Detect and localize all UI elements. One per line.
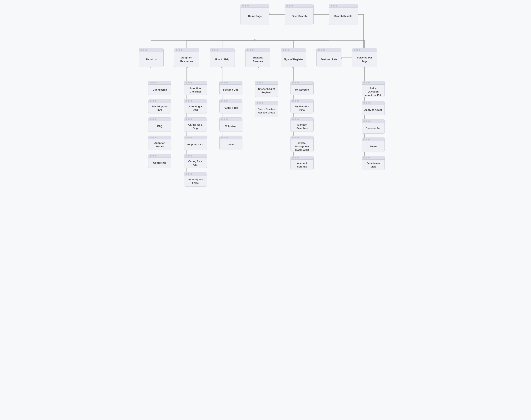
card-label-shelters: Shelters/ Rescues (246, 52, 270, 67)
window-dot (140, 49, 142, 51)
card-titlebar-apply_adopt (362, 101, 384, 105)
card-contact_us: Contact Us (148, 154, 171, 168)
card-titlebar-sponsor_pet (362, 120, 384, 123)
window-dot (250, 49, 251, 51)
card-titlebar-our_mission (148, 81, 171, 85)
card-label-my_favorite: My Favorite Pets (291, 103, 313, 114)
card-about: About Us (139, 48, 164, 67)
card-label-featured: Featured Pets (317, 52, 341, 67)
svg-point-6 (254, 40, 256, 41)
card-my_favorite: My Favorite Pets (291, 99, 314, 113)
window-dot (285, 49, 287, 51)
card-titlebar-contact_us (148, 154, 171, 158)
card-label-about: About Us (139, 52, 163, 67)
card-titlebar-shelters (246, 48, 270, 52)
window-dot (368, 157, 370, 158)
card-home: Home Page (240, 4, 269, 25)
card-adoption_checklist: Adoption Checklist (184, 81, 207, 95)
window-dot (368, 120, 370, 122)
svg-point-12 (254, 40, 256, 41)
window-dot (191, 173, 192, 175)
card-label-volunteer: Volunteer (220, 121, 242, 132)
card-caring_cat: Caring for a Cat (184, 154, 207, 168)
window-dot (191, 155, 192, 157)
card-label-foster_dog: Foster a Dog (220, 85, 242, 95)
window-dot (155, 155, 157, 157)
card-label-adoption_stories: Adoption Stories (148, 139, 171, 150)
card-faq: FAQ (148, 117, 171, 132)
card-titlebar-adoption_resources (174, 48, 199, 52)
card-titlebar-filter (285, 4, 313, 8)
svg-point-11 (254, 40, 256, 41)
window-dot (288, 49, 289, 51)
card-titlebar-adoption_stories (148, 136, 171, 139)
card-create_manage: Create/ Manage Pet Match Alert (291, 135, 314, 152)
window-dot (295, 100, 296, 102)
card-titlebar-pet_adoption_faqs (184, 172, 207, 176)
window-dot (188, 100, 190, 102)
card-selected_pet: Selected Pet Page (352, 48, 377, 67)
window-dot (283, 49, 284, 51)
card-titlebar-caring_cat (184, 154, 207, 158)
window-dot (186, 173, 187, 175)
card-titlebar-foster_cat (220, 99, 242, 103)
window-dot (247, 49, 249, 51)
card-find_shelter: Find a Shelter/ Rescue Group (255, 101, 278, 117)
card-adopting_cat: Adopting a Cat (184, 135, 207, 150)
card-titlebar-adopting_cat (184, 136, 207, 139)
svg-point-27 (254, 40, 256, 41)
card-titlebar-search_results (329, 4, 358, 8)
card-label-shelter_login: Shelter Login/ Register (255, 85, 278, 97)
card-label-pet_adoption_info: Pet Adoption Info (148, 103, 171, 114)
card-signin: Sign In/ Register (281, 48, 306, 67)
sitemap-diagram: Home PageFilter/SearchSearch ResultsAbou… (133, 0, 398, 202)
window-dot (297, 119, 299, 120)
card-shelter_login: Shelter Login/ Register (255, 81, 278, 97)
window-dot (359, 49, 360, 51)
card-account_settings: Account Settings (291, 156, 314, 170)
card-filter: Filter/Search (285, 4, 314, 25)
window-dot (224, 119, 225, 120)
window-dot (191, 100, 192, 102)
card-titlebar-ask_question (362, 81, 384, 85)
window-dot (292, 157, 294, 158)
card-label-account_settings: Account Settings (291, 160, 313, 170)
window-dot (152, 82, 154, 83)
card-titlebar-schedule_visit (362, 156, 384, 160)
card-label-create_manage: Create/ Manage Pet Match Alert (291, 139, 313, 154)
window-dot (262, 82, 263, 83)
svg-point-10 (254, 40, 256, 41)
window-dot (295, 137, 296, 138)
window-dot (191, 82, 192, 83)
window-dot (150, 137, 151, 138)
card-titlebar-find_shelter (255, 101, 278, 105)
window-dot (186, 137, 187, 138)
card-label-signin: Sign In/ Register (281, 52, 306, 67)
window-dot (363, 139, 365, 140)
card-label-our_mission: Our Mission (148, 85, 171, 95)
card-label-caring_cat: Caring for a Cat (184, 158, 207, 168)
card-titlebar-caring_dog (184, 118, 207, 121)
card-titlebar-pet_adoption_info (148, 99, 171, 103)
window-dot (286, 5, 288, 7)
card-our_mission: Our Mission (148, 81, 171, 95)
window-dot (221, 82, 223, 83)
window-dot (155, 137, 157, 138)
window-dot (186, 100, 187, 102)
window-dot (152, 137, 154, 138)
card-pet_adoption_faqs: Pet Adoption FAQs (184, 172, 207, 187)
window-dot (292, 82, 294, 83)
window-dot (226, 119, 228, 120)
card-label-adoption_resources: Adoption Resources (174, 52, 199, 67)
card-foster_dog: Foster a Dog (219, 81, 242, 95)
card-apply_adopt: Apply to Adopt (362, 101, 385, 115)
window-dot (368, 102, 370, 104)
window-dot (297, 82, 299, 83)
card-titlebar-home (241, 4, 269, 8)
card-caring_dog: Caring for a Dog (184, 117, 207, 132)
card-label-home: Home Page (241, 8, 269, 25)
window-dot (214, 49, 216, 51)
window-dot (186, 119, 187, 120)
window-dot (354, 49, 355, 51)
window-dot (155, 82, 157, 83)
